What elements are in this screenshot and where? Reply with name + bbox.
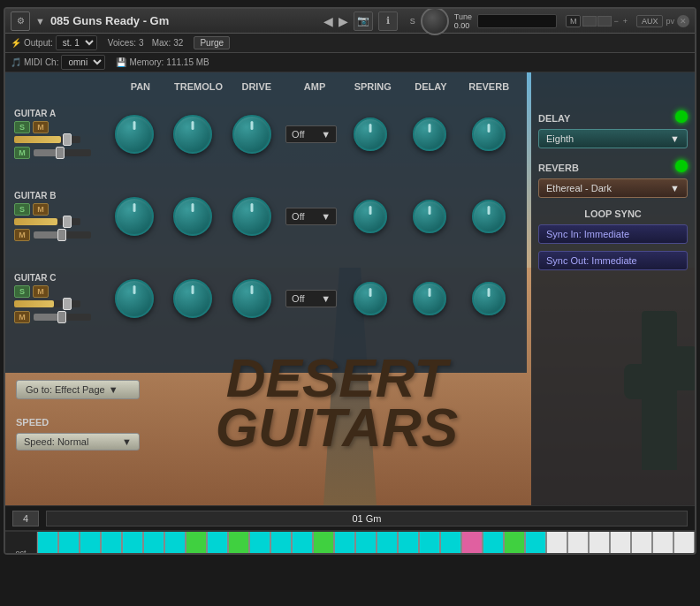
guitar-a-pan-handle[interactable] (56, 147, 65, 159)
guitar-b-volume-handle[interactable] (63, 216, 72, 228)
white-key-6[interactable] (143, 532, 164, 555)
speed-dropdown[interactable]: Speed: Normal ▼ (16, 433, 140, 451)
column-headers: PAN TREMOLO DRIVE AMP SPRING DELAY REVER… (111, 81, 518, 92)
guitar-a-reverb-knob[interactable] (472, 117, 506, 151)
white-key-28[interactable] (610, 532, 631, 555)
guitar-c-sm2[interactable]: M (14, 311, 30, 323)
guitar-a-sm2[interactable]: M (14, 147, 30, 159)
white-key-1[interactable] (37, 532, 58, 555)
guitar-b-spring-knob[interactable] (354, 200, 387, 233)
reverb-value-dropdown[interactable]: Ethereal - Dark ▼ (538, 178, 688, 198)
minus-button[interactable]: − (613, 17, 618, 26)
white-key-29[interactable] (631, 532, 652, 555)
info-button[interactable]: ℹ (378, 11, 398, 31)
effect-page-label: Go to: Effect Page (26, 384, 105, 395)
next-preset-button[interactable]: ▶ (339, 14, 348, 28)
guitar-a-amp-dropdown[interactable]: Off ▼ (285, 125, 337, 143)
white-key-2[interactable] (58, 532, 80, 555)
guitar-c-spring-knob[interactable] (354, 282, 387, 315)
guitar-c-delay-knob[interactable] (413, 282, 446, 315)
dropdown-arrow[interactable]: ▼ (35, 16, 45, 27)
guitar-b-tremolo-knob[interactable] (173, 197, 212, 236)
plus-button[interactable]: + (623, 17, 628, 26)
guitar-a-delay-knob[interactable] (413, 117, 446, 151)
close-button[interactable]: ✕ (677, 15, 689, 27)
white-key-13[interactable] (292, 532, 313, 555)
m-button[interactable]: M (566, 15, 582, 27)
guitar-b-amp-dropdown[interactable]: Off ▼ (285, 208, 337, 225)
guitar-b-pan-handle[interactable] (57, 229, 66, 241)
white-key-7[interactable] (164, 532, 186, 555)
output-select[interactable]: st. 1 (56, 35, 97, 50)
camera-button[interactable]: 📷 (354, 11, 373, 31)
white-key-10[interactable] (228, 532, 249, 555)
delay-toggle[interactable] (675, 110, 688, 123)
guitar-a-volume-handle[interactable] (63, 133, 72, 146)
white-key-27[interactable] (589, 532, 610, 555)
guitar-a-mute-button[interactable]: M (33, 121, 49, 133)
pv-button[interactable]: pv (666, 17, 674, 26)
white-key-8[interactable] (186, 532, 207, 555)
white-key-12[interactable] (270, 532, 292, 555)
guitar-b-delay-knob[interactable] (413, 200, 446, 233)
white-key-22[interactable] (483, 532, 504, 555)
guitar-b-reverb-knob[interactable] (472, 200, 506, 233)
white-key-9[interactable] (207, 532, 228, 555)
white-key-3[interactable] (80, 532, 101, 555)
guitar-b-mute-button[interactable]: M (33, 203, 49, 216)
guitar-c-drive-knob[interactable] (232, 279, 271, 318)
guitar-c-mute-button[interactable]: M (33, 285, 49, 298)
guitar-c-volume-handle[interactable] (63, 298, 72, 310)
guitar-b-solo-button[interactable]: S (14, 203, 30, 216)
guitar-c-amp-dropdown[interactable]: Off ▼ (285, 290, 337, 307)
guitar-c-pan-knob[interactable] (115, 279, 154, 318)
guitar-b-drive-knob[interactable] (232, 197, 271, 236)
guitar-b-sm2[interactable]: M (14, 229, 30, 241)
white-key-14[interactable] (313, 532, 334, 555)
guitar-b-pan-knob[interactable] (115, 197, 154, 236)
guitar-a-pan-knob[interactable] (115, 115, 154, 154)
info-bar-1: ⚡ Output: st. 1 Voices: 3 Max: 32 Purge (5, 34, 695, 53)
purge-button[interactable]: Purge (194, 36, 230, 49)
guitar-a-spring-knob[interactable] (354, 117, 387, 151)
white-key-15[interactable] (334, 532, 355, 555)
white-key-11[interactable] (249, 532, 270, 555)
white-key-16[interactable] (355, 532, 377, 555)
white-key-31[interactable] (673, 532, 695, 555)
delay-row: DELAY (538, 110, 688, 124)
white-key-18[interactable] (398, 532, 419, 555)
s-button[interactable]: S (410, 17, 415, 26)
guitar-c-reverb-knob[interactable] (472, 282, 506, 315)
guitar-c-spring-knob-cell (341, 282, 400, 315)
midi-select[interactable]: omni (61, 55, 105, 70)
guitar-a-solo-button[interactable]: S (14, 121, 30, 133)
white-key-4[interactable] (101, 532, 122, 555)
effect-page-button[interactable]: Go to: Effect Page ▼ (16, 380, 140, 399)
guitar-a-tremolo-knob[interactable] (173, 115, 212, 154)
white-key-26[interactable] (567, 532, 589, 555)
white-key-20[interactable] (440, 532, 461, 555)
white-key-19[interactable] (419, 532, 440, 555)
sync-out-button[interactable]: Sync Out: Immediate (538, 251, 688, 270)
guitar-c-sm: S M (14, 285, 104, 298)
white-key-30[interactable] (652, 532, 673, 555)
guitar-c-solo-button[interactable]: S (14, 285, 30, 298)
tune-knob[interactable] (421, 7, 449, 35)
guitar-a-pan-track (34, 149, 91, 156)
guitar-a-drive-knob-cell (223, 115, 282, 154)
white-key-21[interactable] (461, 532, 483, 555)
guitar-c-tremolo-knob[interactable] (173, 279, 212, 318)
white-key-17[interactable] (377, 532, 398, 555)
white-key-23[interactable] (504, 532, 525, 555)
white-key-5[interactable] (122, 532, 143, 555)
reverb-toggle[interactable] (675, 160, 688, 172)
guitar-c-pan-handle[interactable] (57, 311, 66, 323)
sync-in-button[interactable]: Sync In: Immediate (538, 224, 688, 244)
white-key-24[interactable] (525, 532, 546, 555)
guitar-a-drive-knob[interactable] (232, 115, 271, 154)
level-meter-r (597, 16, 612, 27)
prev-preset-button[interactable]: ◀ (323, 14, 333, 28)
aux-button[interactable]: AUX (636, 15, 664, 27)
white-key-25[interactable] (546, 532, 567, 555)
delay-value-dropdown[interactable]: Eighth ▼ (538, 129, 688, 148)
